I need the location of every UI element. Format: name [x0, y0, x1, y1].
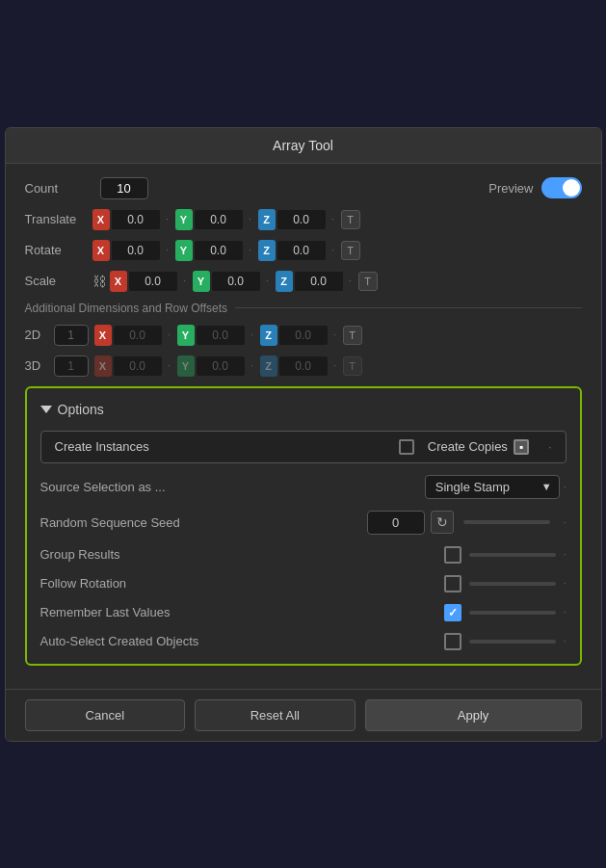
- dialog-title: Array Tool: [273, 138, 333, 153]
- rotate-y-field: Y: [175, 240, 243, 261]
- rotate-row: Rotate X · Y · Z · T: [25, 240, 582, 261]
- random-seed-row: Random Sequence Seed ↻ ·: [40, 511, 566, 535]
- rotate-label: Rotate: [25, 243, 92, 257]
- title-bar: Array Tool: [6, 128, 601, 164]
- create-instances-checkbox[interactable]: [399, 439, 414, 455]
- follow-rotation-slider[interactable]: [469, 582, 556, 586]
- scale-z-input[interactable]: [295, 272, 343, 291]
- x-axis-badge: X: [92, 209, 110, 230]
- link-icon: ⛓: [92, 274, 106, 289]
- scale-label: Scale: [25, 274, 92, 288]
- source-selection-dropdown-wrapper: Single Stamp Cycle Random ▼: [425, 475, 560, 499]
- source-selection-row: Source Selection as ... Single Stamp Cyc…: [40, 475, 566, 499]
- refresh-seed-button[interactable]: ↻: [431, 511, 454, 534]
- preview-toggle[interactable]: [541, 177, 582, 198]
- create-instances-label: Create Instances: [55, 439, 399, 454]
- group-results-label: Group Results: [40, 547, 444, 562]
- rotate-y-badge: Y: [175, 240, 193, 261]
- seed-slider[interactable]: [463, 520, 550, 524]
- auto-select-checkbox[interactable]: [444, 633, 461, 650]
- follow-rotation-row: Follow Rotation ·: [40, 575, 566, 592]
- rotate-z-badge: Z: [258, 240, 276, 261]
- scale-z-field: Z: [276, 271, 343, 292]
- 3d-x-input[interactable]: [114, 356, 162, 376]
- 3d-y-input[interactable]: [197, 356, 245, 376]
- translate-label: Translate: [25, 212, 92, 226]
- 2d-z-input[interactable]: [279, 326, 328, 345]
- create-copies-checkbox[interactable]: [514, 439, 529, 455]
- options-title: Options: [58, 402, 104, 417]
- 3d-x-field: X: [94, 355, 162, 377]
- 2d-x-field: X: [94, 325, 162, 346]
- translate-t-button[interactable]: T: [341, 210, 360, 229]
- z-axis-badge: Z: [258, 209, 276, 230]
- scale-y-input[interactable]: [212, 272, 260, 291]
- rotate-y-input[interactable]: [195, 241, 243, 260]
- 3d-t-button[interactable]: T: [343, 356, 362, 376]
- scale-z-badge: Z: [276, 271, 293, 292]
- scale-row: Scale ⛓ X · Y · Z · T: [25, 271, 582, 292]
- auto-select-row: Auto-Select Created Objects ·: [40, 633, 566, 650]
- 3d-count-input[interactable]: [54, 355, 89, 377]
- 2d-x-badge: X: [94, 325, 112, 346]
- rotate-x-field: X: [92, 240, 160, 261]
- count-input[interactable]: [100, 177, 148, 199]
- 3d-label: 3D: [25, 358, 54, 373]
- options-collapse-icon[interactable]: [40, 406, 52, 413]
- 2d-y-input[interactable]: [197, 326, 245, 345]
- count-label: Count: [25, 181, 92, 196]
- create-instances-row: Create Instances Create Copies ·: [40, 431, 566, 463]
- apply-button[interactable]: Apply: [365, 699, 582, 731]
- translate-z-input[interactable]: [277, 210, 326, 229]
- group-results-row: Group Results ·: [40, 546, 566, 564]
- auto-select-slider[interactable]: [469, 640, 556, 644]
- translate-x-field: X: [92, 209, 160, 230]
- options-box: Options Create Instances Create Copies ·…: [25, 386, 582, 666]
- follow-rotation-label: Follow Rotation: [40, 576, 444, 591]
- 2d-x-input[interactable]: [114, 326, 162, 345]
- 3d-x-badge: X: [94, 355, 112, 377]
- footer: Cancel Reset All Apply: [6, 689, 601, 741]
- follow-rotation-checkbox[interactable]: [444, 575, 461, 592]
- scale-y-badge: Y: [193, 271, 210, 292]
- reset-all-button[interactable]: Reset All: [195, 699, 356, 731]
- translate-x-input[interactable]: [112, 210, 160, 229]
- 2d-z-field: Z: [260, 325, 328, 346]
- preview-label: Preview: [488, 181, 533, 196]
- group-results-checkbox[interactable]: [444, 546, 461, 564]
- additional-dimensions-divider: Additional Dimensions and Row Offsets: [25, 302, 582, 315]
- translate-z-field: Z: [258, 209, 326, 230]
- rotate-z-input[interactable]: [277, 241, 326, 260]
- translate-row: Translate X · Y · Z · T: [25, 209, 582, 230]
- seed-input[interactable]: [367, 511, 425, 535]
- remember-values-label: Remember Last Values: [40, 605, 444, 619]
- scale-x-input[interactable]: [129, 272, 177, 291]
- rotate-z-field: Z: [258, 240, 326, 261]
- rotate-t-button[interactable]: T: [341, 241, 360, 260]
- array-tool-dialog: Array Tool Count Preview Translate X ·: [5, 127, 602, 742]
- scale-t-button[interactable]: T: [358, 272, 378, 291]
- random-seed-label: Random Sequence Seed: [40, 515, 303, 530]
- options-header: Options: [40, 402, 566, 417]
- remember-values-checkbox[interactable]: [444, 604, 461, 621]
- dim-3d-row: 3D X · Y · Z · T: [25, 355, 582, 377]
- 3d-z-input[interactable]: [279, 356, 328, 376]
- translate-y-input[interactable]: [195, 210, 243, 229]
- y-axis-badge: Y: [175, 209, 193, 230]
- 3d-z-badge: Z: [260, 355, 277, 377]
- 3d-y-badge: Y: [177, 355, 195, 377]
- source-selection-select[interactable]: Single Stamp Cycle Random: [425, 475, 560, 499]
- 2d-y-field: Y: [177, 325, 245, 346]
- scale-x-field: X: [110, 271, 177, 292]
- 2d-t-button[interactable]: T: [343, 326, 362, 345]
- 2d-count-input[interactable]: [54, 325, 89, 346]
- source-selection-label: Source Selection as ...: [40, 480, 425, 494]
- rotate-x-input[interactable]: [112, 241, 160, 260]
- group-results-slider[interactable]: [469, 553, 556, 557]
- cancel-button[interactable]: Cancel: [25, 699, 186, 731]
- seed-wrapper: ↻ ·: [303, 511, 566, 535]
- 2d-z-badge: Z: [260, 325, 277, 346]
- 2d-y-badge: Y: [177, 325, 195, 346]
- dim-2d-row: 2D X · Y · Z · T: [25, 325, 582, 346]
- remember-values-slider[interactable]: [469, 611, 556, 615]
